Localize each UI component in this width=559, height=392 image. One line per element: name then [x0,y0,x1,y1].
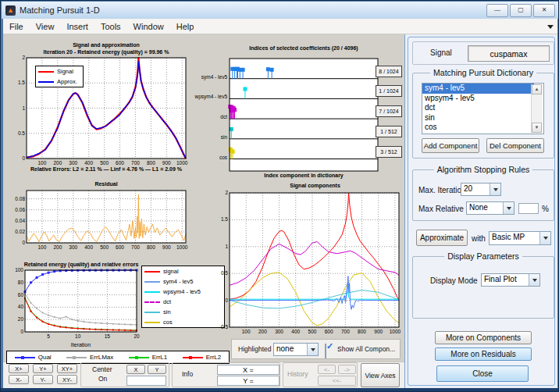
history-back-button[interactable]: <- [318,365,336,374]
svg-text:80: 80 [18,280,24,285]
signal-name-value: cuspamax [468,45,550,62]
del-component-button[interactable]: Del Component [486,138,544,153]
legend-label: sym4 - lev5 [163,278,193,285]
menu-item-tools[interactable]: Tools [94,20,127,33]
signal-approx-title: Signal and approximation [20,42,192,48]
svg-text:0.08: 0.08 [15,196,25,201]
view-axes-button[interactable]: View Axes [361,363,400,387]
svg-text:2: 2 [225,190,228,195]
svg-text:900: 900 [374,329,383,334]
menu-item-insert[interactable]: Insert [60,20,94,33]
scroll-down-icon[interactable]: ▼ [532,123,542,133]
svg-text:100: 100 [242,329,251,334]
maximize-button[interactable]: ▢ [510,4,532,17]
max-relative-dropdown[interactable]: None [466,201,514,215]
legend-entry: ErrL1 [126,352,170,363]
legend-label: dct [163,298,171,305]
dropdown-arrow-icon [529,274,539,286]
menu-item-help[interactable]: Help [170,20,201,33]
zoom-xy-plus-button[interactable]: XY+ [57,364,77,373]
coefficient-count-box: 8 / 1024 [376,66,402,77]
menu-item-view[interactable]: View [30,20,61,33]
max-iterations-dropdown[interactable]: 20 [461,183,501,196]
max-relative-label: Max Relative [418,205,464,213]
center-on-input[interactable] [126,376,166,386]
dictionary-item[interactable]: wpsym4 - lev5 [422,94,534,104]
add-component-button[interactable]: Add Component [422,138,479,153]
menu-overflow-icon[interactable] [547,25,554,29]
dictionary-item[interactable]: cos [422,123,534,133]
dictionary-item[interactable]: sin [422,113,534,123]
highlight-bar: Highlighted none ✓ Show All Compon... [231,339,401,359]
svg-text:0: 0 [225,298,228,303]
scroll-up-icon[interactable]: ▲ [532,84,542,94]
center-x-button[interactable]: X [126,365,145,374]
dictionary-scrollbar[interactable]: ▲ ▼ [531,84,543,133]
window-controls: —▢✕ [486,4,555,17]
svg-text:dct: dct [220,114,227,119]
coefficient-count-box: 1 / 1024 [376,85,402,97]
retained-plot: 5101520020406080100 [10,268,140,341]
svg-text:1.5: 1.5 [221,216,228,222]
info-y-field: Y = [217,376,280,386]
close-button[interactable]: ✕ [533,4,555,17]
svg-text:-0.5: -0.5 [219,324,229,330]
display-mode-label: Display Mode [430,276,478,285]
display-mode-dropdown[interactable]: Final Plot [481,273,540,287]
svg-text:1.5: 1.5 [18,80,25,85]
svg-text:sym4 - lev5: sym4 - lev5 [201,74,228,80]
zoom-x-plus-button[interactable]: X+ [9,364,29,373]
svg-text:0.02: 0.02 [15,229,25,234]
components-legend: signalsym4 - lev5wpsym4 - lev5dctsincos [141,265,225,328]
dictionary-listbox[interactable]: ▲ ▼ sym4 - lev5wpsym4 - lev5dctsincos [422,83,544,134]
svg-text:700: 700 [131,244,140,250]
svg-text:2: 2 [22,55,25,60]
svg-text:0: 0 [22,240,25,245]
menu-item-file[interactable]: File [3,20,30,33]
svg-text:300: 300 [69,160,77,166]
residual-plot: 100200300400500600700800900100000.020.04… [12,188,197,252]
center-on-group: Center On X Y [80,362,169,387]
menu-item-window[interactable]: Window [127,20,170,33]
highlighted-dropdown[interactable]: none [273,343,319,356]
legend-label: ErrL1 [152,354,168,361]
history-label: History [287,370,308,378]
stopping-rules-title: Algorithm Stopping Rules [434,165,532,174]
legend-line-swatch [144,271,160,273]
center-y-button[interactable]: Y [148,365,166,374]
legend-entry: cos [142,317,224,327]
svg-text:100: 100 [37,160,46,166]
legend-line-swatch [144,312,160,313]
legend-entry: Signal [36,66,83,77]
max-relative-value: None [467,202,503,214]
svg-text:10: 10 [75,333,81,339]
svg-text:600: 600 [116,244,124,250]
dictionary-item[interactable]: dct [422,103,534,113]
more-on-residuals-button[interactable]: More on Residuals [435,347,532,361]
more-on-components-button[interactable]: More on Components [435,331,532,344]
minimize-button[interactable]: — [486,4,508,17]
svg-text:300: 300 [275,329,283,334]
max-relative-input[interactable] [518,203,539,214]
svg-text:5: 5 [47,333,50,339]
legend-line-swatch [144,301,160,303]
zoom-y-minus-button[interactable]: Y- [33,375,53,384]
close-button[interactable]: Close [436,365,529,382]
highlighted-dropdown-value: none [274,344,307,355]
zoom-x-minus-button[interactable]: X- [9,375,29,384]
window-bottom-border [1,388,559,392]
dictionary-item[interactable]: sym4 - lev5 [422,84,534,94]
approximate-method-dropdown[interactable]: Basic MP [489,231,551,245]
history-far-back-button[interactable]: <<- [318,376,356,386]
legend-label: ErrLMax [90,354,113,361]
show-all-components-checkbox[interactable]: ✓ [325,344,326,358]
approximate-button[interactable]: Approximate [416,230,468,246]
svg-text:0.06: 0.06 [15,207,25,212]
zoom-xy-minus-button[interactable]: XY- [57,375,77,384]
zoom-y-plus-button[interactable]: Y+ [33,364,53,373]
history-forward-button[interactable]: -> [338,365,356,374]
app-icon: ▲ [5,5,16,16]
svg-text:1: 1 [225,244,228,249]
titlebar[interactable]: ▲ Matching Pursuit 1-D —▢✕ [2,2,558,19]
coefficients-title: Indices of selected coefficients (20 / 4… [226,45,382,51]
